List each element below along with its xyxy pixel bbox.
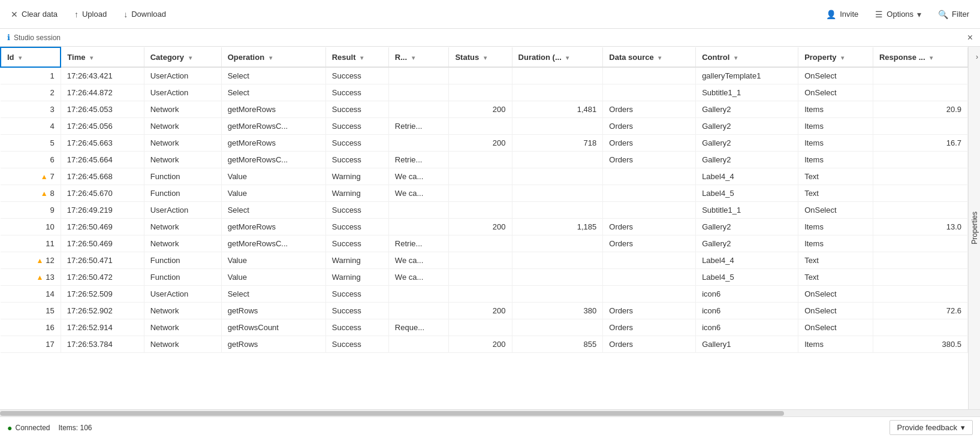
horizontal-scrollbar-thumb[interactable] [0, 411, 784, 416]
cell-status [449, 67, 512, 84]
table-row[interactable]: ▲8 17:26:45.670 Function Value Warning W… [1, 185, 968, 202]
cell-datasource: Orders [603, 235, 696, 252]
table-row[interactable]: 16 17:26:52.914 Network getRowsCount Suc… [1, 319, 968, 336]
table-row[interactable]: 1 17:26:43.421 UserAction Select Success… [1, 67, 968, 84]
table-row[interactable]: 2 17:26:44.872 UserAction Select Success… [1, 84, 968, 101]
table-row[interactable]: 15 17:26:52.902 Network getRows Success … [1, 303, 968, 319]
filter-icon: 🔍 [938, 10, 948, 19]
upload-button[interactable]: ↑ Upload [71, 7, 110, 22]
cell-time: 17:26:45.668 [61, 168, 144, 185]
invite-button[interactable]: 👤 Invite [822, 7, 862, 22]
cell-duration: 855 [512, 336, 603, 353]
cell-property: Text [798, 185, 873, 202]
feedback-chevron-icon: ▾ [961, 423, 965, 432]
cell-property: Items [798, 118, 873, 135]
table-row[interactable]: 5 17:26:45.663 Network getMoreRows Succe… [1, 135, 968, 152]
table-row[interactable]: ▲12 17:26:50.471 Function Value Warning … [1, 252, 968, 269]
table-row[interactable]: 10 17:26:50.469 Network getMoreRows Succ… [1, 219, 968, 235]
cell-time: 17:26:49.219 [61, 202, 144, 219]
table-row[interactable]: ▲13 17:26:50.472 Function Value Warning … [1, 269, 968, 286]
table-row[interactable]: 17 17:26:53.784 Network getRows Success … [1, 336, 968, 353]
cell-r [388, 336, 449, 353]
upload-label: Upload [82, 10, 107, 19]
cell-r [388, 219, 449, 235]
cell-id: ▲12 [1, 252, 61, 269]
cell-id: ▲7 [1, 168, 61, 185]
session-bar-label: Studio session [14, 34, 61, 42]
col-header-datasource[interactable]: Data source ▾ [603, 47, 696, 67]
cell-property: Text [798, 269, 873, 286]
toolbar-right: 👤 Invite ☰ Options ▾ 🔍 Filter [822, 7, 973, 22]
cell-result: Success [325, 152, 388, 168]
cell-datasource [603, 286, 696, 303]
table-row[interactable]: 11 17:26:50.469 Network getMoreRowsC... … [1, 235, 968, 252]
cell-id: 17 [1, 336, 61, 353]
table-row[interactable]: 6 17:26:45.664 Network getMoreRowsC... S… [1, 152, 968, 168]
col-header-duration[interactable]: Duration (... ▾ [512, 47, 603, 67]
cell-id: 9 [1, 202, 61, 219]
table-row[interactable]: 4 17:26:45.056 Network getMoreRowsC... S… [1, 118, 968, 135]
connected-dot-icon: ● [7, 423, 12, 433]
cell-duration [512, 168, 603, 185]
cell-control: Gallery1 [696, 336, 798, 353]
horizontal-scrollbar[interactable] [0, 409, 980, 416]
col-header-response[interactable]: Response ... ▾ [873, 47, 967, 67]
cell-datasource: Orders [603, 118, 696, 135]
cell-operation: getMoreRows [221, 101, 325, 118]
download-button[interactable]: ↓ Download [120, 7, 170, 22]
cell-time: 17:26:45.056 [61, 118, 144, 135]
cell-property: Items [798, 135, 873, 152]
col-header-operation[interactable]: Operation ▾ [221, 47, 325, 67]
provide-feedback-button[interactable]: Provide feedback ▾ [889, 420, 973, 435]
close-button[interactable]: × [967, 32, 973, 43]
cell-duration [512, 118, 603, 135]
col-header-control[interactable]: Control ▾ [696, 47, 798, 67]
cell-result: Success [325, 84, 388, 101]
col-header-status[interactable]: Status ▾ [449, 47, 512, 67]
cell-r [388, 202, 449, 219]
col-header-property[interactable]: Property ▾ [798, 47, 873, 67]
filter-label: Filter [952, 10, 969, 19]
operation-sort-icon: ▾ [269, 55, 272, 61]
col-header-r[interactable]: R... ▾ [388, 47, 449, 67]
cell-category: UserAction [144, 286, 221, 303]
options-button[interactable]: ☰ Options ▾ [872, 7, 925, 22]
cell-datasource: Orders [603, 135, 696, 152]
cell-r: Reque... [388, 319, 449, 336]
cell-operation: Value [221, 252, 325, 269]
table-row[interactable]: 14 17:26:52.509 UserAction Select Succes… [1, 286, 968, 303]
main-content: Id ▾ Time ▾ Category ▾ Operation ▾ Resul… [0, 47, 980, 409]
cell-duration [512, 202, 603, 219]
col-header-result[interactable]: Result ▾ [325, 47, 388, 67]
table-row[interactable]: 3 17:26:45.053 Network getMoreRows Succe… [1, 101, 968, 118]
cell-property: OnSelect [798, 319, 873, 336]
cell-status [449, 168, 512, 185]
col-header-time[interactable]: Time ▾ [61, 47, 144, 67]
result-sort-icon: ▾ [360, 55, 363, 61]
cell-result: Warning [325, 252, 388, 269]
cell-result: Success [325, 135, 388, 152]
cell-category: Network [144, 235, 221, 252]
side-panel[interactable]: › Properties [968, 47, 980, 409]
clear-data-button[interactable]: ✕ Clear data [7, 7, 61, 22]
table-header-row: Id ▾ Time ▾ Category ▾ Operation ▾ Resul… [1, 47, 968, 67]
cell-time: 17:26:45.053 [61, 101, 144, 118]
cell-status [449, 152, 512, 168]
table-wrapper[interactable]: Id ▾ Time ▾ Category ▾ Operation ▾ Resul… [0, 47, 968, 409]
col-header-id[interactable]: Id ▾ [1, 47, 61, 67]
cell-datasource [603, 202, 696, 219]
cell-datasource [603, 168, 696, 185]
col-header-category[interactable]: Category ▾ [144, 47, 221, 67]
cell-datasource [603, 84, 696, 101]
cell-time: 17:26:50.469 [61, 235, 144, 252]
filter-button[interactable]: 🔍 Filter [934, 7, 973, 22]
side-panel-label: Properties [970, 212, 979, 244]
cell-r: We ca... [388, 168, 449, 185]
cell-property: Items [798, 235, 873, 252]
r-sort-icon: ▾ [412, 55, 415, 61]
control-sort-icon: ▾ [734, 55, 737, 61]
cell-r: Retrie... [388, 118, 449, 135]
toolbar-left: ✕ Clear data ↑ Upload ↓ Download [7, 7, 170, 22]
table-row[interactable]: ▲7 17:26:45.668 Function Value Warning W… [1, 168, 968, 185]
table-row[interactable]: 9 17:26:49.219 UserAction Select Success… [1, 202, 968, 219]
